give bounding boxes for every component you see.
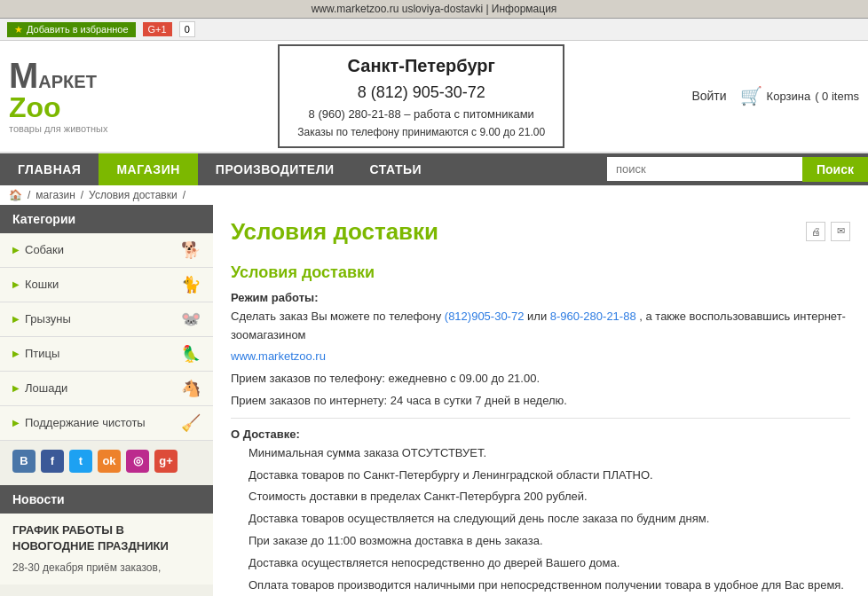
breadcrumb-sep2: / bbox=[81, 189, 83, 201]
schedule2: Прием заказов по интернету: 24 часа в су… bbox=[231, 392, 850, 411]
cat-icon: 🐈 bbox=[181, 275, 201, 294]
divider bbox=[231, 418, 850, 419]
categories-title: Категории bbox=[0, 205, 213, 233]
news-title: Новости bbox=[0, 485, 213, 514]
add-to-favorites-button[interactable]: ★ Добавить в избранное bbox=[7, 22, 136, 37]
logo-arket: АРКЕТ bbox=[38, 72, 97, 91]
list-item: Стоимость доставки в пределах Санкт-Пете… bbox=[249, 488, 850, 506]
delivery-list: Минимальная сумма заказа ОТСУТСТВУЕТ. До… bbox=[249, 444, 850, 595]
nav-menu: ГЛАВНАЯ МАГАЗИН ПРОИЗВОДИТЕЛИ СТАТЬИ Пои… bbox=[0, 153, 868, 185]
search-area: Поиск bbox=[607, 157, 868, 182]
breadcrumb-current: Условия доставки bbox=[89, 189, 178, 201]
news-heading: ГРАФИК РАБОТЫ В НОВОГОДНИЕ ПРАЗДНИКИ bbox=[12, 522, 201, 554]
search-input[interactable] bbox=[607, 157, 802, 181]
sidebar-label-rodents: Грызуны bbox=[25, 312, 71, 325]
arrow-icon: ▶ bbox=[12, 383, 20, 393]
nav-stati[interactable]: СТАТЬИ bbox=[352, 153, 440, 185]
phone2-link[interactable]: 8-960-280-21-88 bbox=[550, 310, 639, 323]
star-icon: ★ bbox=[14, 24, 23, 35]
schedule1: Прием заказов по телефону: ежедневно с 0… bbox=[231, 370, 850, 388]
gplus-label: G+1 bbox=[148, 24, 167, 35]
phone-alt: 8 (960) 280-21-88 – работа с питомниками bbox=[297, 106, 545, 124]
fav-label: Добавить в избранное bbox=[27, 24, 129, 35]
sidebar-item-birds[interactable]: ▶ Птицы 🦜 bbox=[0, 337, 213, 372]
facebook-icon[interactable]: f bbox=[41, 450, 64, 473]
content-area: Условия доставки 🖨 ✉ Условия доставки Ре… bbox=[213, 205, 868, 596]
arrow-icon: ▶ bbox=[12, 314, 20, 324]
page-title: Условия доставки bbox=[231, 218, 438, 246]
phone1-text: (812)905-30-72 bbox=[445, 310, 525, 323]
home-icon[interactable]: 🏠 bbox=[9, 189, 22, 201]
login-button[interactable]: Войти bbox=[691, 89, 726, 103]
delivery-label: О Доставке: bbox=[231, 427, 850, 441]
print-icon[interactable]: 🖨 bbox=[806, 222, 825, 241]
browser-bar: www.marketzoo.ru usloviya-dostavki | Инф… bbox=[0, 0, 868, 19]
arrow-icon: ▶ bbox=[12, 349, 20, 358]
arrow-icon: ▶ bbox=[12, 418, 20, 427]
breadcrumb-sep1: / bbox=[28, 189, 30, 201]
sidebar-item-dogs[interactable]: ▶ Собаки 🐕 bbox=[0, 233, 213, 268]
sidebar-label-cleaning: Поддержание чистоты bbox=[25, 416, 146, 429]
news-content: ГРАФИК РАБОТЫ В НОВОГОДНИЕ ПРАЗДНИКИ 28-… bbox=[0, 514, 213, 584]
sidebar: Категории ▶ Собаки 🐕 ▶ Кошки 🐈 ▶ Грызуны… bbox=[0, 205, 213, 596]
list-item: Доставка товаров по Санкт-Петербургу и Л… bbox=[249, 467, 850, 485]
site-link[interactable]: www.marketzoo.ru bbox=[231, 349, 326, 363]
nav-glavnaya[interactable]: ГЛАВНАЯ bbox=[0, 153, 99, 185]
sidebar-label-horses: Лошади bbox=[25, 381, 67, 395]
sidebar-item-horses[interactable]: ▶ Лошади 🐴 bbox=[0, 372, 213, 406]
twitter-icon[interactable]: t bbox=[69, 450, 92, 473]
cart-label: Корзина bbox=[767, 90, 811, 103]
nav-proizvoditeli[interactable]: ПРОИЗВОДИТЕЛИ bbox=[198, 153, 352, 185]
logo-zoo: Zoo bbox=[9, 91, 61, 123]
sidebar-label-birds: Птицы bbox=[25, 347, 59, 360]
phone2-text: 8-960-280-21-88 bbox=[550, 310, 636, 323]
login-label: Войти bbox=[691, 89, 726, 103]
nav-magazin[interactable]: МАГАЗИН bbox=[99, 153, 197, 185]
search-button[interactable]: Поиск bbox=[802, 157, 868, 182]
vk-icon[interactable]: В bbox=[12, 450, 36, 473]
delivery-section-title: Условия доставки bbox=[231, 263, 850, 282]
gplus-count: 0 bbox=[179, 21, 195, 37]
email-icon[interactable]: ✉ bbox=[831, 222, 850, 241]
work-mode-text1: Сделать заказ Вы можете по телефону bbox=[231, 310, 441, 323]
top-strip: ★ Добавить в избранное G+1 0 bbox=[0, 19, 868, 41]
phone1-link[interactable]: (812)905-30-72 bbox=[445, 310, 527, 323]
gplus-button[interactable]: G+1 bbox=[143, 22, 172, 36]
list-item: При заказе до 11:00 возможна доставка в … bbox=[249, 532, 850, 551]
list-item: Минимальная сумма заказа ОТСУТСТВУЕТ. bbox=[249, 444, 850, 463]
bird-icon: 🦜 bbox=[181, 344, 201, 364]
news-text: 28-30 декабря приём заказов, bbox=[12, 560, 201, 576]
logo-m: М bbox=[9, 56, 38, 95]
header-right: Войти 🛒 Корзина ( 0 items bbox=[691, 85, 859, 106]
sidebar-label-cats: Кошки bbox=[25, 278, 59, 291]
dog-icon: 🐕 bbox=[181, 240, 201, 260]
logo: МАРКЕТ Zoo bbox=[9, 58, 97, 122]
sidebar-label-dogs: Собаки bbox=[25, 243, 64, 256]
list-item: Доставка осуществляется непосредственно … bbox=[249, 554, 850, 573]
cart-area[interactable]: 🛒 Корзина ( 0 items bbox=[740, 85, 859, 106]
rodent-icon: 🐭 bbox=[181, 310, 201, 329]
share-icons: 🖨 ✉ bbox=[806, 222, 850, 241]
work-mode-text: Сделать заказ Вы можете по телефону (812… bbox=[231, 308, 850, 345]
breadcrumb-shop[interactable]: магазин bbox=[36, 189, 75, 201]
sidebar-item-rodents[interactable]: ▶ Грызуны 🐭 bbox=[0, 302, 213, 337]
instagram-icon[interactable]: ◎ bbox=[126, 450, 149, 473]
googleplus-icon[interactable]: g+ bbox=[154, 450, 178, 473]
main-layout: Категории ▶ Собаки 🐕 ▶ Кошки 🐈 ▶ Грызуны… bbox=[0, 205, 868, 596]
arrow-icon: ▶ bbox=[12, 279, 20, 289]
arrow-icon: ▶ bbox=[12, 245, 20, 255]
phone-main: 8 (812) 905-30-72 bbox=[297, 80, 545, 106]
hours: Заказы по телефону принимаются с 9.00 до… bbox=[297, 124, 545, 141]
odnoklassniki-icon[interactable]: ok bbox=[98, 450, 121, 473]
breadcrumb: 🏠 / магазин / Условия доставки / bbox=[0, 185, 868, 205]
horse-icon: 🐴 bbox=[181, 379, 201, 398]
browser-url: www.marketzoo.ru usloviya-dostavki | Инф… bbox=[312, 3, 557, 15]
site-name: www.marketzoo.ru bbox=[231, 349, 326, 363]
cart-icon: 🛒 bbox=[740, 85, 762, 106]
sidebar-item-cats[interactable]: ▶ Кошки 🐈 bbox=[0, 268, 213, 302]
logo-subtitle: товары для животных bbox=[9, 123, 107, 134]
cleaning-icon: 🧹 bbox=[181, 413, 201, 433]
breadcrumb-sep3: / bbox=[183, 189, 185, 201]
contact-box: Санкт-Петербург 8 (812) 905-30-72 8 (960… bbox=[278, 44, 564, 148]
sidebar-item-cleaning[interactable]: ▶ Поддержание чистоты 🧹 bbox=[0, 406, 213, 441]
